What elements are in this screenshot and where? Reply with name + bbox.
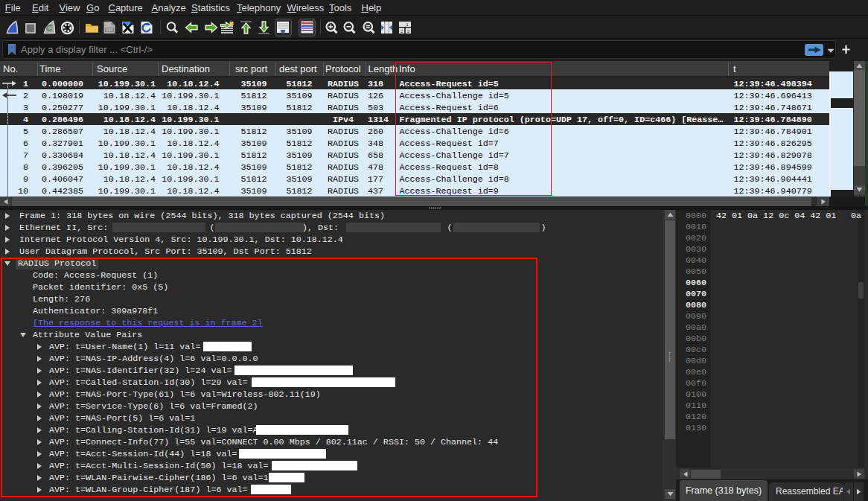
svg-text:010: 010 [106,28,112,32]
